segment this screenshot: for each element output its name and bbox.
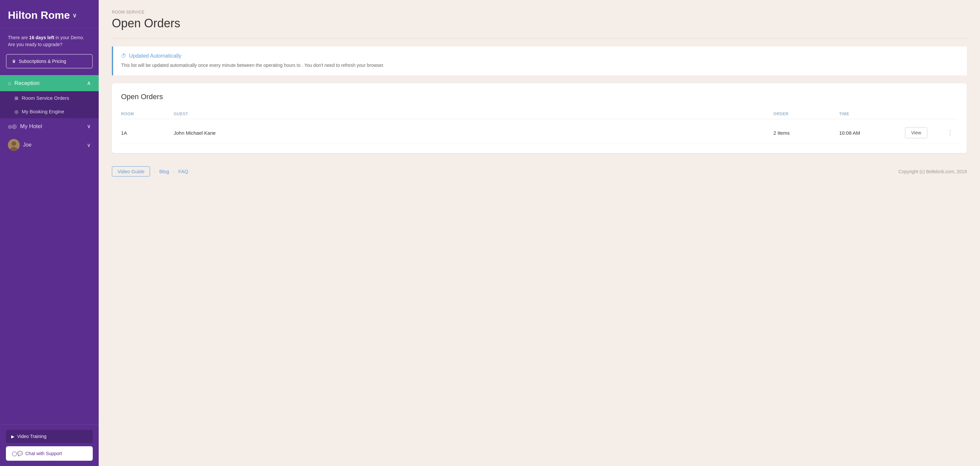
chevron-down-icon: ∨ — [72, 12, 76, 19]
video-icon — [11, 434, 14, 439]
col-header-more — [945, 112, 958, 116]
hotel-name-selector[interactable]: Hilton Rome ∨ — [8, 9, 91, 21]
reception-nav-left: Reception — [8, 80, 40, 86]
footer-copyright: Copyright (c) Bellebnb.com, 2019 — [899, 169, 967, 174]
user-name: Joe — [23, 142, 32, 148]
sidebar-item-booking-engine[interactable]: My Booking Engine — [0, 105, 99, 118]
my-hotel-label: My Hotel — [20, 123, 42, 130]
sidebar-item-room-service-orders[interactable]: Room Service Orders — [0, 91, 99, 105]
svg-point-1 — [11, 141, 16, 146]
user-left: Joe — [8, 139, 32, 151]
info-banner: ⏱ Updated Automatically This list will b… — [112, 46, 967, 75]
demo-notice: There are 16 days left in your Demo. Are… — [0, 28, 99, 54]
sidebar-item-my-hotel[interactable]: ◎ My Hotel ∨ — [0, 118, 99, 134]
footer-links: Video Guide · Blog · FAQ Copyright (c) B… — [112, 166, 967, 177]
table-header: ROOM GUEST ORDER TIME — [121, 109, 958, 119]
chat-icon: 💬 — [12, 451, 23, 456]
my-hotel-nav-left: ◎ My Hotel — [8, 123, 42, 130]
chat-support-button[interactable]: 💬 Chat with Support — [6, 446, 93, 461]
sidebar-item-reception[interactable]: Reception ∧ — [0, 75, 99, 91]
subscriptions-btn-label: Subscriptions & Pricing — [19, 59, 66, 64]
reception-icon — [8, 80, 11, 86]
col-header-action — [905, 112, 945, 116]
my-hotel-chevron-icon: ∨ — [87, 123, 91, 130]
cell-more: ⋮ — [945, 128, 958, 138]
hotel-icon: ◎ — [8, 123, 17, 130]
cell-order: 2 Items — [773, 130, 839, 136]
table-row: 1A John Michael Kane 2 Items 10:08 AM Vi… — [121, 122, 958, 144]
sidebar: Hilton Rome ∨ There are 16 days left in … — [0, 0, 99, 466]
orders-card: Open Orders ROOM GUEST ORDER TIME 1A Joh… — [112, 83, 967, 153]
user-chevron-icon: ∨ — [87, 142, 91, 148]
faq-link[interactable]: FAQ — [178, 169, 188, 174]
booking-engine-label: My Booking Engine — [22, 109, 64, 114]
col-header-guest: GUEST — [174, 112, 773, 116]
hotel-name-text: Hilton Rome — [8, 9, 70, 21]
info-banner-title-text: Updated Automatically — [129, 53, 181, 59]
reception-chevron-icon: ∧ — [87, 80, 91, 86]
cell-action: View — [905, 127, 945, 138]
col-header-order: ORDER — [773, 112, 839, 116]
room-service-icon — [14, 95, 18, 101]
demo-days: 16 days left — [29, 35, 54, 40]
demo-notice-text: There are — [8, 35, 29, 40]
more-options-button[interactable]: ⋮ — [945, 128, 956, 138]
cell-guest: John Michael Kane — [174, 130, 773, 136]
cell-time: 10:08 AM — [839, 130, 905, 136]
footer-left-links: Video Guide · Blog · FAQ — [112, 166, 188, 177]
crown-icon — [12, 59, 16, 64]
cell-room: 1A — [121, 130, 174, 136]
col-header-room: ROOM — [121, 112, 174, 116]
video-training-button[interactable]: Video Training — [6, 430, 93, 443]
clock-icon: ⏱ — [121, 53, 126, 59]
blog-link[interactable]: Blog — [159, 169, 169, 174]
divider — [112, 38, 967, 38]
sidebar-header: Hilton Rome ∨ — [0, 0, 99, 28]
breadcrumb: Room Service — [112, 10, 967, 14]
info-banner-title: ⏱ Updated Automatically — [121, 53, 959, 59]
orders-card-title: Open Orders — [121, 93, 958, 101]
booking-icon — [14, 109, 18, 114]
user-profile-section[interactable]: Joe ∨ — [0, 134, 99, 155]
view-order-button[interactable]: View — [905, 127, 928, 138]
main-content: Room Service Open Orders ⏱ Updated Autom… — [99, 0, 980, 466]
nav-section: Reception ∧ Room Service Orders My Booki… — [0, 75, 99, 424]
page-title: Open Orders — [112, 16, 967, 30]
col-header-time: TIME — [839, 112, 905, 116]
info-banner-text: This list will be updated automatically … — [121, 62, 959, 69]
separator-1: · — [154, 169, 155, 174]
chat-support-label: Chat with Support — [25, 451, 62, 456]
subscriptions-pricing-button[interactable]: Subscriptions & Pricing — [6, 54, 93, 69]
avatar — [8, 139, 20, 151]
reception-label: Reception — [14, 80, 40, 86]
sidebar-footer: Video Training 💬 Chat with Support — [0, 424, 99, 466]
video-training-label: Video Training — [17, 434, 46, 439]
video-guide-link[interactable]: Video Guide — [112, 166, 150, 177]
separator-2: · — [173, 169, 174, 174]
room-service-label: Room Service Orders — [22, 95, 69, 101]
